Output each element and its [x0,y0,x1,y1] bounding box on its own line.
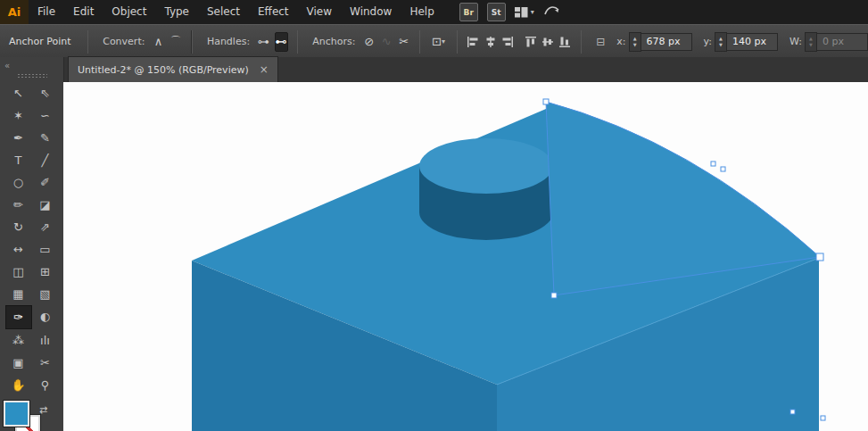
menu-effect[interactable]: Effect [249,0,298,24]
swap-fill-stroke-icon[interactable]: ⇄ [39,404,47,416]
x-input[interactable] [641,33,692,51]
blend-tool[interactable]: ◐ [32,305,59,327]
connect-endpoints-icon: ∿ [382,36,392,47]
stepper-down-icon: ▼ [633,42,637,48]
anchor-point[interactable] [821,416,825,420]
menu-view[interactable]: View [298,0,341,24]
w-input[interactable] [817,33,868,51]
x-stepper[interactable]: ▲ ▼ [629,32,641,52]
canvas[interactable] [63,82,868,431]
align-left-icon [467,37,479,47]
selection-tool-icon: ↖ [13,87,23,100]
control-bar: Anchor Point Convert: ∧ ⌒ Handles: ⊶ ⊷ A… [0,24,868,59]
lasso-tool[interactable]: ∽ [32,104,59,127]
convert-to-corner-button[interactable]: ∧ [152,32,164,52]
convert-to-smooth-button[interactable]: ⌒ [169,32,182,52]
artboard-tool[interactable]: ▣ [5,352,32,374]
menu-file[interactable]: File [29,0,64,24]
eraser-tool[interactable]: ◪ [32,194,59,216]
hide-handles-icon: ⊷ [276,36,287,47]
magic-wand-tool[interactable]: ✶ [5,104,32,127]
remove-anchor-button[interactable]: ⊘ [363,32,376,52]
direct-selection-tool[interactable]: ⇖ [32,82,59,104]
illustrator-app-icon: Ai [0,0,29,24]
align-left-button[interactable] [467,32,479,52]
scale-tool[interactable]: ⇗ [32,216,59,238]
symbol-sprayer-tool[interactable]: ⁂ [5,329,32,352]
slice-tool[interactable]: ✂ [32,352,59,374]
y-stepper[interactable]: ▲ ▼ [715,32,727,52]
scissors-icon: ✂ [399,36,409,47]
smooth-point-icon: ⌒ [170,36,182,47]
menu-select[interactable]: Select [198,0,249,24]
slice-tool-icon: ✂ [40,356,50,369]
w-label: W: [789,36,802,47]
workspace-switcher[interactable]: ▾ [515,7,534,18]
document-tab[interactable]: Untitled-2* @ 150% (RGB/Preview) × [68,56,278,82]
perspective-grid-tool[interactable]: ⊞ [32,261,59,283]
pencil-tool[interactable]: ✏ [5,194,32,216]
perspective-grid-tool-icon: ⊞ [40,265,50,278]
align-center-button[interactable] [484,32,497,52]
hide-handles-button[interactable]: ⊷ [275,32,288,52]
selection-tool[interactable]: ↖ [5,82,32,104]
mesh-tool[interactable]: ▦ [5,283,32,305]
width-tool[interactable]: ↔ [5,238,32,261]
y-input[interactable] [727,33,778,51]
show-handles-button[interactable]: ⊶ [257,32,269,52]
align-bottom-button[interactable] [558,32,571,52]
divider [191,30,193,54]
w-field-group: W: ▲ ▼ [784,32,868,52]
free-transform-tool[interactable]: ▭ [32,238,59,261]
isolate-object-button[interactable]: ⊡ ▾ [429,32,447,52]
align-middle-button[interactable] [541,32,554,52]
paintbrush-tool[interactable]: ✐ [32,171,59,194]
artwork-svg [63,82,868,431]
anchor-point[interactable] [790,410,795,414]
y-label: y: [704,36,712,47]
panel-grip[interactable] [17,73,47,79]
menu-help[interactable]: Help [401,0,442,24]
line-tool[interactable]: ╱ [32,149,59,171]
cut-path-button[interactable]: ✂ [397,32,409,52]
anchors-label: Anchors: [312,36,355,47]
type-tool[interactable]: T [5,149,32,171]
menu-window[interactable]: Window [341,0,401,24]
align-top-button[interactable] [524,32,536,52]
shape-builder-tool[interactable]: ◫ [5,261,32,283]
curvature-tool[interactable]: ✎ [32,127,59,149]
menu-type[interactable]: Type [155,0,198,24]
zoom-tool[interactable]: ⚲ [32,374,59,396]
gradient-tool[interactable]: ▧ [32,283,59,305]
cylinder-top[interactable] [419,138,553,194]
collapse-panel-icon[interactable]: « [4,61,10,70]
anchor-point[interactable] [551,293,557,298]
lasso-tool-icon: ∽ [40,109,50,122]
anchor-point[interactable] [721,167,725,171]
hand-tool[interactable]: ✋ [5,374,32,396]
rotate-tool[interactable]: ↻ [5,216,32,238]
pen-tool[interactable]: ✒ [5,127,32,149]
bridge-button[interactable]: Br [459,3,478,21]
ellipse-tool[interactable]: ○ [5,171,32,194]
stock-button[interactable]: St [487,3,506,21]
w-stepper[interactable]: ▲ ▼ [805,32,817,52]
divider [581,30,583,54]
control-bar-title: Anchor Point [9,36,71,47]
eyedropper-tool[interactable]: ✑ [5,305,32,329]
mesh-tool-icon: ▦ [12,287,23,301]
anchor-point[interactable] [816,253,823,261]
align-right-button[interactable] [501,32,514,52]
connect-endpoints-button[interactable]: ∿ [380,32,393,52]
column-graph-tool[interactable]: ılı [32,329,59,352]
menu-edit[interactable]: Edit [64,0,103,24]
remove-anchor-icon: ⊘ [364,36,374,47]
y-field-group: y: ▲ ▼ [699,32,778,52]
anchor-point[interactable] [711,162,715,166]
close-icon[interactable]: × [260,63,269,76]
handles-label: Handles: [207,36,250,47]
menu-object[interactable]: Object [103,0,155,24]
fill-swatch[interactable] [4,401,29,427]
curved-arrow-icon[interactable] [543,4,561,21]
anchor-point[interactable] [543,99,549,104]
